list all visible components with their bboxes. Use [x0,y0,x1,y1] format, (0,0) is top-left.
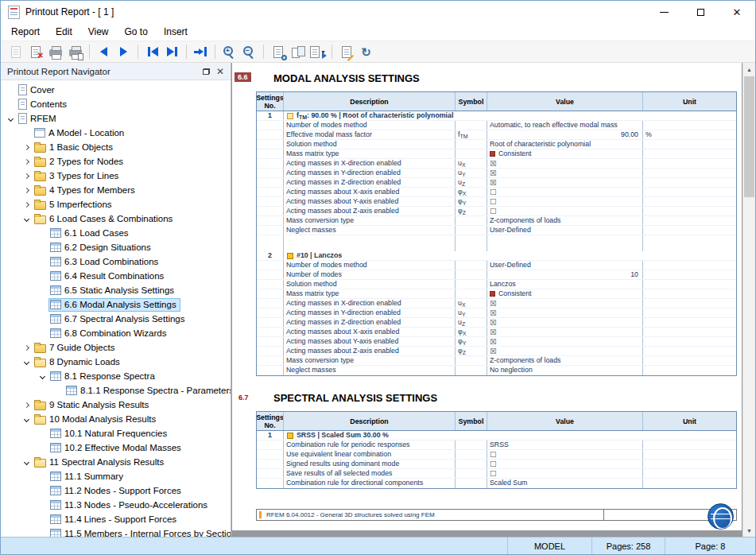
dlubal-logo-icon[interactable] [708,503,734,530]
setting-unit [643,197,736,206]
tree-item-6-load-cases-combinations[interactable]: 6 Load Cases & Combinations [1,212,231,226]
tree-item-8-dynamic-loads[interactable]: 8 Dynamic Loads [1,355,231,369]
tree-item-2-types-for-nodes[interactable]: 2 Types for Nodes [1,154,231,169]
tree-item-11-3-nodes-pseudo-accelerations[interactable]: 11.3 Nodes - Pseudo-Accelerations [1,498,231,512]
tree-item-11-2-nodes-support-forces[interactable]: 11.2 Nodes - Support Forces [1,483,231,498]
chevron-right-icon[interactable] [21,156,33,168]
maximize-button[interactable] [682,1,719,23]
delete-pages-button[interactable]: ✕ [25,42,45,61]
tree-item-6-8-combination-wizards[interactable]: 6.8 Combination Wizards [1,326,231,340]
menu-view[interactable]: View [80,24,117,40]
cell-settings-no [257,318,284,327]
scroll-down-button[interactable]: ▼ [743,524,755,537]
export-button[interactable]: ▾ [308,42,328,61]
chevron-down-icon[interactable] [21,413,33,425]
tree-item-body: Contents [17,98,71,111]
menu-insert[interactable]: Insert [156,24,196,40]
checkbox-unchecked-icon: ☐ [490,188,497,196]
tree-item-8-1-1-response-spectra-parameters[interactable]: 8.1.1 Response Spectra - Parameters [1,383,231,398]
chevron-right-icon[interactable] [21,399,33,411]
zoom-out-button[interactable]: − [239,42,259,61]
table-icon [50,529,61,537]
close-panel-button[interactable]: ✕ [213,64,227,79]
tree-item-11-4-lines-support-forces[interactable]: 11.4 Lines - Support Forces [1,512,231,526]
minimize-button[interactable] [646,1,682,23]
chevron-down-icon[interactable] [21,456,33,468]
menu-report[interactable]: Report [3,24,48,40]
tree-item-6-3-load-combinations[interactable]: 6.3 Load Combinations [1,254,231,269]
refresh-button[interactable]: ↻ [356,42,376,61]
tree-item-5-imperfections[interactable]: 5 Imperfections [1,197,231,212]
tree-item-label: 6.2 Design Situations [64,243,151,252]
chevron-down-icon[interactable] [21,213,33,225]
checkbox-checked-icon: ☒ [490,178,497,187]
expander-spacer [52,385,64,397]
first-page-button[interactable] [142,42,162,61]
menu-go-to[interactable]: Go to [117,24,156,40]
back-button[interactable] [94,42,114,61]
table-icon [50,243,61,252]
tree-item-6-7-spectral-analysis-settings[interactable]: 6.7 Spectral Analysis Settings [1,312,231,326]
goto-page-button[interactable] [191,42,211,61]
tree-item-a-model-location[interactable]: A Model - Location [1,126,231,140]
scrollbar-thumb[interactable] [744,76,754,197]
tree-item-6-2-design-situations[interactable]: 6.2 Design Situations [1,240,231,254]
tree-item-rfem[interactable]: RFEM [1,111,231,126]
tree-item-10-2-effective-modal-masses[interactable]: 10.2 Effective Modal Masses [1,441,231,455]
chevron-down-icon[interactable] [5,113,17,125]
tree-item-6-4-result-combinations[interactable]: 6.4 Result Combinations [1,269,231,283]
symbol-subscript: Y [463,340,467,346]
tree-item-6-6-modal-analysis-settings[interactable]: 6.6 Modal Analysis Settings [1,297,231,312]
section-number: 6.6 [235,72,251,82]
forward-button[interactable] [114,42,134,61]
scroll-up-button[interactable]: ▲ [743,63,755,76]
chevron-right-icon[interactable] [21,184,33,196]
last-page-button[interactable] [162,42,182,61]
tree-item-10-1-natural-frequencies[interactable]: 10.1 Natural Frequencies [1,426,231,441]
tree-item-cover[interactable]: Cover [1,83,231,97]
doc-icon [18,113,27,124]
table-icon [50,328,61,338]
tree-item-contents[interactable]: Contents [1,97,231,111]
cell-settings-no [257,270,284,279]
chevron-right-icon[interactable] [21,170,33,182]
tree-item-3-types-for-lines[interactable]: 3 Types for Lines [1,169,231,183]
tree-item-7-guide-objects[interactable]: 7 Guide Objects [1,340,231,355]
chevron-right-icon[interactable] [21,199,33,211]
chevron-right-icon[interactable] [21,342,33,354]
setting-value: Consistent [487,149,643,158]
chevron-right-icon[interactable] [21,142,33,153]
zoom-page-button[interactable] [268,42,288,61]
tree-item-11-1-summary[interactable]: 11.1 Summary [1,469,231,483]
tree-item-10-modal-analysis-results[interactable]: 10 Modal Analysis Results [1,412,231,426]
report-page-body: 6.6MODAL ANALYSIS SETTINGSSettingsNo.Des… [232,63,742,530]
setting-value: Root of characteristic polynomial [487,140,643,149]
tree-item-1-basic-objects[interactable]: 1 Basic Objects [1,140,231,154]
chevron-down-icon[interactable] [21,356,33,368]
print-button[interactable] [45,42,65,61]
value-text: Lanczos [490,280,516,288]
tree-item-4-types-for-members[interactable]: 4 Types for Members [1,183,231,197]
edit-printout-button[interactable] [336,42,356,61]
tree-item-11-spectral-analysis-results[interactable]: 11 Spectral Analysis Results [1,455,231,469]
column-header-settings-no: SettingsNo. [257,92,284,111]
tree-item-6-5-static-analysis-settings[interactable]: 6.5 Static Analysis Settings [1,283,231,297]
arrow-right-icon [199,49,204,55]
expander-spacer [5,99,17,111]
menu-edit[interactable]: Edit [48,24,80,40]
new-page-button[interactable] [6,42,25,61]
group-header-text: #10 | Lanczos [297,251,342,260]
status-empty-segment [1,538,507,554]
chevron-down-icon[interactable] [37,371,48,382]
setting-symbol: uY [456,169,487,177]
tree-item-11-5-members-internal-forces-by-section[interactable]: 11.5 Members - Internal Forces by Sectio… [1,526,231,537]
print-options-button[interactable] [65,42,85,61]
close-button[interactable]: ✕ [719,1,755,23]
tree-item-8-1-response-spectra[interactable]: 8.1 Response Spectra [1,369,231,383]
page-view-button[interactable] [288,42,308,61]
vertical-scrollbar[interactable]: ▲ ▼ [742,63,755,537]
float-panel-button[interactable] [199,64,213,79]
zoom-in-button[interactable]: + [219,42,239,61]
tree-item-9-static-analysis-results[interactable]: 9 Static Analysis Results [1,398,231,412]
tree-item-6-1-load-cases[interactable]: 6.1 Load Cases [1,226,231,240]
